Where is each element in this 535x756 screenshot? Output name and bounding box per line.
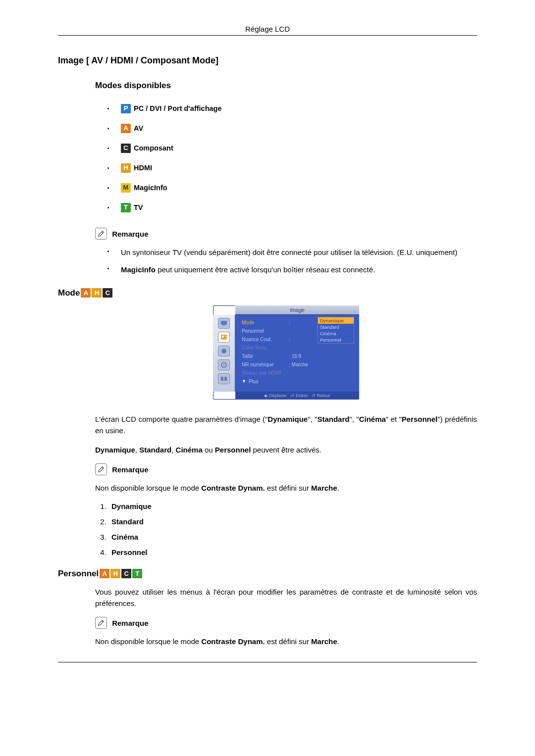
mode-magicinfo: M MagicInfo bbox=[107, 182, 477, 193]
mode-hdmi: H HDMI bbox=[107, 162, 477, 173]
mode-tv-label: TV bbox=[134, 202, 143, 213]
note-icon bbox=[95, 228, 107, 240]
svg-point-3 bbox=[222, 336, 224, 338]
bottom-divider bbox=[58, 662, 477, 662]
osd-row-plus: ▼Plus bbox=[235, 377, 359, 386]
mode-pc: P PC / DVI / Port d'affichage bbox=[107, 103, 477, 114]
mode-magicinfo-label: MagicInfo bbox=[134, 182, 167, 193]
svg-point-4 bbox=[221, 349, 226, 353]
personnel-para: Vous pouvez utiliser les menus à l'écran… bbox=[95, 586, 477, 609]
mode-para-2: Dynamique, Standard, Cinéma ou Personnel… bbox=[95, 444, 477, 455]
osd-opt-dynamique: Dynamique bbox=[318, 317, 354, 324]
osd-options: Dynamique Standard Cinéma Personnel bbox=[318, 317, 354, 344]
osd-opt-cinema: Cinéma bbox=[318, 330, 354, 337]
osd-container: Image Mode: Personnel Nuance Coul.: Colo… bbox=[95, 305, 477, 400]
osd-row-colortemp: Color Temp. bbox=[235, 344, 359, 352]
mode-para-3: Non disponible lorsque le mode Contraste… bbox=[95, 482, 477, 494]
osd-opt-standard: Standard bbox=[318, 324, 354, 330]
mode-av: A AV bbox=[107, 123, 477, 134]
svg-rect-7 bbox=[221, 377, 223, 381]
mode-heading: Mode A H C bbox=[58, 288, 477, 298]
svg-rect-1 bbox=[223, 325, 225, 326]
svg-rect-0 bbox=[221, 321, 227, 325]
remark-tv: Un syntoniseur TV (vendu séparément) doi… bbox=[107, 247, 477, 258]
t-icon: T bbox=[132, 569, 142, 578]
osd-sidebar bbox=[213, 315, 235, 392]
remark-label: Remarque bbox=[112, 465, 148, 474]
osd-footer: ◆ Déplacer ⏎ Entrer ↺ Retour bbox=[235, 392, 359, 400]
osd-sideicon-sound bbox=[218, 346, 230, 356]
page-header: Réglage LCD bbox=[58, 25, 477, 33]
t-icon: T bbox=[121, 203, 131, 212]
list-item-2: Standard bbox=[108, 517, 477, 526]
mode-para-1: L'écran LCD comporte quatre paramètres d… bbox=[95, 413, 477, 437]
osd-panel: Image Mode: Personnel Nuance Coul.: Colo… bbox=[213, 305, 359, 400]
svg-point-6 bbox=[223, 364, 225, 365]
h-icon: H bbox=[92, 288, 102, 298]
osd-sideicon-setup bbox=[218, 359, 230, 370]
remark-label: Remarque bbox=[112, 230, 148, 238]
personnel-block: Vous pouvez utiliser les menus à l'écran… bbox=[95, 586, 477, 648]
list-item-3: Cinéma bbox=[108, 533, 477, 541]
mode-av-label: AV bbox=[134, 123, 143, 134]
osd-body: Mode: Personnel Nuance Coul.: Color Temp… bbox=[213, 315, 359, 392]
personnel-note-para: Non disponible lorsque le mode Contraste… bbox=[95, 636, 477, 647]
modes-list: P PC / DVI / Port d'affichage A AV C Com… bbox=[107, 103, 477, 213]
h-icon: H bbox=[121, 163, 131, 173]
image-section-title: Image [ AV / HDMI / Composant Mode] bbox=[58, 55, 477, 66]
personnel-heading: Personnel A H C T bbox=[58, 569, 477, 579]
remark-magicinfo: MagicInfo peut uniquement être activé lo… bbox=[107, 264, 477, 275]
a-icon: A bbox=[121, 124, 131, 133]
h-icon: H bbox=[110, 569, 120, 578]
osd-opt-personnel: Personnel bbox=[318, 337, 354, 343]
svg-rect-2 bbox=[221, 335, 227, 340]
mode-tv: T TV bbox=[107, 202, 477, 213]
document-page: Réglage LCD Image [ AV / HDMI / Composan… bbox=[0, 0, 535, 692]
c-icon: C bbox=[121, 144, 131, 153]
mode-composant-label: Composant bbox=[134, 143, 173, 153]
osd-sideicon-multi bbox=[218, 373, 230, 384]
note-icon bbox=[95, 463, 107, 475]
mode-block: Image Mode: Personnel Nuance Coul.: Colo… bbox=[95, 305, 477, 556]
osd-row-nr: NR numérique: Marche bbox=[235, 360, 359, 369]
svg-rect-8 bbox=[224, 377, 227, 381]
remark-1-header: Remarque bbox=[95, 228, 477, 240]
top-divider bbox=[58, 35, 477, 36]
modes-block: Modes disponibles P PC / DVI / Port d'af… bbox=[95, 81, 477, 276]
osd-row-hdmi: Niveau noir HDMI bbox=[235, 369, 359, 377]
osd-menu: Mode: Personnel Nuance Coul.: Color Temp… bbox=[235, 315, 359, 392]
osd-row-taille: Taille: 16:9 bbox=[235, 352, 359, 360]
remark-2-header: Remarque bbox=[95, 463, 477, 475]
c-icon: C bbox=[121, 569, 131, 578]
remark-label: Remarque bbox=[112, 619, 148, 627]
note-icon bbox=[95, 617, 107, 629]
a-icon: A bbox=[81, 288, 91, 298]
list-item-1: Dynamique bbox=[108, 502, 477, 510]
p-icon: P bbox=[121, 104, 131, 113]
a-icon: A bbox=[100, 569, 109, 578]
modes-subtitle: Modes disponibles bbox=[95, 81, 477, 91]
chevron-down-icon: ▼ bbox=[242, 379, 246, 384]
mode-numbered-list: Dynamique Standard Cinéma Personnel bbox=[99, 502, 477, 556]
c-icon: C bbox=[103, 288, 112, 298]
mode-composant: C Composant bbox=[107, 143, 477, 153]
osd-sideicon-image bbox=[218, 332, 230, 343]
osd-title: Image bbox=[235, 305, 359, 315]
mode-pc-label: PC / DVI / Port d'affichage bbox=[134, 103, 221, 114]
remark-1-list: Un syntoniseur TV (vendu séparément) doi… bbox=[107, 247, 477, 276]
m-icon: M bbox=[121, 183, 131, 193]
list-item-4: Personnel bbox=[108, 548, 477, 556]
remark-3-header: Remarque bbox=[95, 617, 477, 629]
osd-sideicon-input bbox=[218, 318, 230, 329]
mode-hdmi-label: HDMI bbox=[134, 162, 152, 173]
